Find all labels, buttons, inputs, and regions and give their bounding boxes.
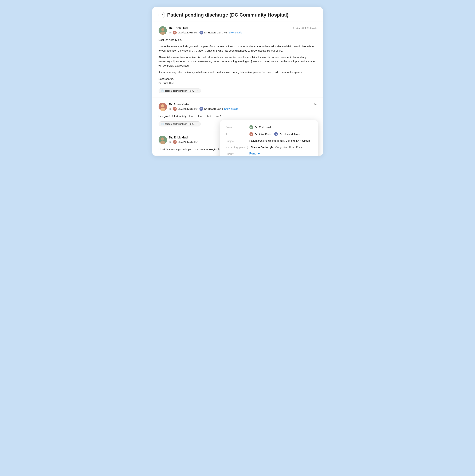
- to-label-1: To: [169, 31, 172, 34]
- me-label-3: (Me): [194, 141, 198, 143]
- recipient-chip-howard-2: HJ Dr. Howard Janis: [199, 107, 223, 111]
- sender-info-3: Dr. Erick Huel To AK Dr. Alisa Klein (Me…: [169, 136, 198, 144]
- show-details-link-1[interactable]: Show details: [228, 31, 242, 34]
- attachment-close-1[interactable]: ×: [197, 89, 198, 92]
- timestamp-1: 14 July 2023, 11:25 am: [293, 27, 316, 29]
- sender-name-1: Dr. Erick Huel: [169, 26, 242, 30]
- popup-from-label: From: [226, 125, 247, 129]
- popup-to-name-howard: Dr. Howard Janis: [280, 133, 299, 136]
- plus-count-1: +2: [224, 31, 227, 34]
- to-label-2: To: [169, 107, 172, 110]
- avatar-alisa-2: [159, 102, 167, 111]
- recipient-chip-alisa-3: AK Dr. Alisa Klein (Me): [173, 140, 198, 144]
- svg-point-4: [161, 104, 164, 107]
- recipient-chip-alisa-1: AK Dr. Alisa Klein (Me): [173, 31, 198, 34]
- popup-priority-value: Routine: [249, 152, 260, 155]
- main-container: ↩ Patient pending discharge (DC Communit…: [152, 7, 323, 156]
- svg-point-7: [161, 137, 164, 140]
- recipient-chip-alisa-2: AK Dr. Alisa Klein (Me): [173, 107, 198, 111]
- popup-to-value: AK Dr. Alisa Klein HJ Dr. Howard Janis: [249, 132, 300, 136]
- popup-to-name-alisa: Dr. Alisa Klein: [255, 133, 271, 136]
- popup-from-name: Dr. Erick Huel: [255, 126, 271, 129]
- back-button[interactable]: ↩: [159, 12, 165, 18]
- body-para-1-4: Best regards,Dr. Erick Huel: [159, 77, 317, 85]
- popup-subject-row: Subject Patient pending discharge (DC Co…: [226, 139, 312, 142]
- recipient-name-alisa-2: Dr. Alisa Klein: [178, 107, 193, 110]
- sender-name-3: Dr. Erick Huel: [169, 136, 198, 139]
- popup-to-avatar-howard: HJ: [274, 132, 278, 136]
- popup-to-row: To AK Dr. Alisa Klein HJ Dr. Howard Jani…: [226, 132, 312, 136]
- recipient-chip-howard-1: HJ Dr. Howard Janis: [199, 31, 223, 34]
- sender-name-2: Dr. Alisa Klein: [169, 103, 238, 106]
- body-para-1-2: Please take some time to review his medi…: [159, 55, 317, 68]
- pdf-icon-2: 📄: [161, 123, 164, 125]
- popup-regarding-value: Carson Cartwright Congestive Heart Failu…: [251, 146, 304, 149]
- attachment-chip-1[interactable]: 📄 carson_cartwright.pdf (70 KB) ×: [159, 88, 201, 93]
- recipient-name-alisa-3: Dr. Alisa Klein: [178, 140, 193, 143]
- attachment-size-2: (70 KB): [188, 123, 195, 125]
- recipient-name-howard-2: Dr. Howard Janis: [204, 107, 223, 110]
- popup-from-value: EH Dr. Erick Huel: [249, 125, 271, 129]
- pdf-icon-1: 📄: [161, 89, 164, 92]
- page-header: ↩ Patient pending discharge (DC Communit…: [152, 7, 323, 21]
- page-title: Patient pending discharge (DC Community …: [167, 12, 289, 18]
- attachment-chip-2[interactable]: 📄 carson_cartwright.pdf (70 KB) ×: [159, 121, 201, 126]
- body-para-1-1: I hope this message finds you well. As p…: [159, 44, 317, 53]
- details-popup: From EH Dr. Erick Huel To AK Dr. Alisa K…: [220, 120, 318, 156]
- attachment-name-2: carson_cartwright.pdf: [165, 123, 187, 125]
- message-header-1: Dr. Erick Huel To AK Dr. Alisa Klein (Me…: [159, 26, 317, 35]
- popup-priority-row: Priority Routine: [226, 152, 312, 155]
- popup-from-avatar: EH: [249, 125, 253, 129]
- popup-patient-name: Carson Cartwright: [251, 146, 274, 149]
- recipients-row-2: To AK Dr. Alisa Klein (Me) HJ Dr. Howard…: [169, 107, 238, 111]
- recipients-row-3: To AK Dr. Alisa Klein (Me): [169, 140, 198, 144]
- avatar-erick-1: [159, 26, 167, 35]
- attachment-name-1: carson_cartwright.pdf: [165, 89, 187, 92]
- popup-priority-routine: Routine: [249, 152, 260, 155]
- body-para-1-0: Dear Dr. Alisa Klein,: [159, 38, 317, 42]
- attachment-row-1: 📄 carson_cartwright.pdf (70 KB) ×: [159, 88, 317, 93]
- to-label-3: To: [169, 140, 172, 143]
- message-card-1: Dr. Erick Huel To AK Dr. Alisa Klein (Me…: [152, 21, 323, 98]
- sender-info-1: Dr. Erick Huel To AK Dr. Alisa Klein (Me…: [169, 26, 242, 34]
- attachment-close-2[interactable]: ×: [197, 123, 198, 125]
- recipient-avatar-alisa-3: AK: [173, 140, 177, 144]
- avatar-erick-3: [159, 136, 167, 144]
- show-details-link-2[interactable]: Show details: [224, 107, 238, 110]
- popup-regarding-row: Regarding (patient) Carson Cartwright Co…: [226, 146, 312, 149]
- popup-subject-value: Patient pending discharge (DC Community …: [249, 139, 310, 142]
- message-card-2: Dr. Alisa Klein To AK Dr. Alisa Klein (M…: [152, 98, 323, 131]
- attachment-size-1: (70 KB): [188, 89, 195, 92]
- recipient-avatar-alisa-2: AK: [173, 107, 177, 111]
- svg-point-1: [161, 28, 164, 31]
- recipient-avatar-howard: HJ: [199, 31, 203, 34]
- recipient-avatar-howard-2: HJ: [199, 107, 203, 111]
- recipients-row-1: To AK Dr. Alisa Klein (Me) HJ Dr. Howard…: [169, 31, 242, 34]
- recipient-name-alisa: Dr. Alisa Klein: [178, 31, 193, 34]
- popup-from-row: From EH Dr. Erick Huel: [226, 125, 312, 129]
- popup-regarding-label: Regarding (patient): [226, 146, 248, 149]
- recipient-name-howard: Dr. Howard Janis: [204, 31, 223, 34]
- popup-to-avatar-alisa: AK: [249, 132, 253, 136]
- message-body-1: Dear Dr. Alisa Klein, I hope this messag…: [159, 38, 317, 85]
- sender-row-2: Dr. Alisa Klein To AK Dr. Alisa Klein (M…: [159, 102, 238, 111]
- popup-condition: Congestive Heart Failure: [275, 146, 304, 149]
- popup-priority-label: Priority: [226, 152, 247, 155]
- me-label-2: (Me): [194, 108, 198, 110]
- sender-row-1: Dr. Erick Huel To AK Dr. Alisa Klein (Me…: [159, 26, 242, 35]
- message-header-2: Dr. Alisa Klein To AK Dr. Alisa Klein (M…: [159, 102, 317, 111]
- me-label-1: (Me): [194, 31, 198, 34]
- messages-list: Dr. Erick Huel To AK Dr. Alisa Klein (Me…: [152, 21, 323, 156]
- sender-row-3: Dr. Erick Huel To AK Dr. Alisa Klein (Me…: [159, 136, 198, 144]
- recipient-avatar-alisa: AK: [173, 31, 177, 34]
- body-para-1-3: If you have any other patients you belie…: [159, 70, 317, 74]
- message-body-2: Hey guys! Unfortunately, I hav... ...low…: [159, 114, 317, 118]
- sender-info-2: Dr. Alisa Klein To AK Dr. Alisa Klein (M…: [169, 103, 238, 111]
- body-para-2-0: Hey guys! Unfortunately, I hav... ...low…: [159, 114, 317, 118]
- popup-to-label: To: [226, 132, 247, 136]
- timestamp-2: 14: [314, 103, 316, 105]
- popup-subject-label: Subject: [226, 139, 247, 142]
